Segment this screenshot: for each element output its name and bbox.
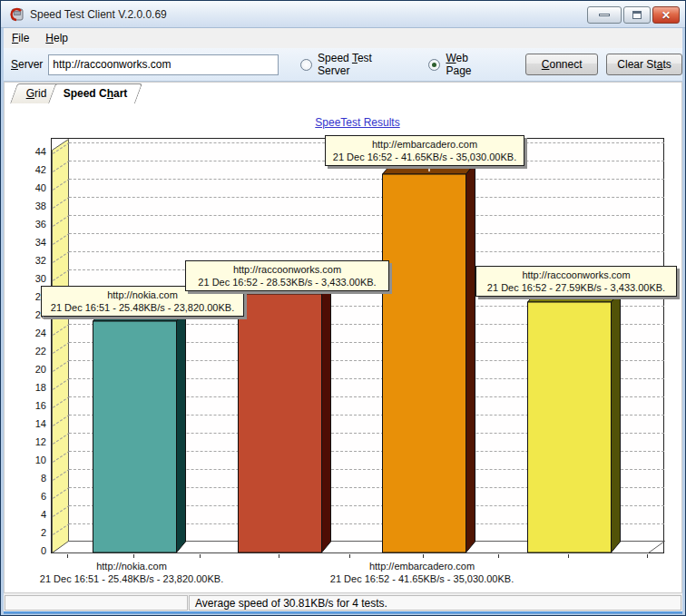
y-axis-label: 30 — [14, 273, 46, 284]
radio-web-page[interactable]: Web Page — [428, 52, 496, 77]
y-axis-label: 14 — [14, 418, 46, 429]
y-axis-label: 34 — [14, 237, 46, 248]
radio-icon-checked — [428, 59, 440, 71]
x-axis-tick — [67, 554, 68, 558]
average-speed-text: Average speed of 30.81KB/s for 4 tests. — [195, 597, 387, 610]
minimize-icon — [599, 14, 610, 16]
bar-mark-1: http://raccoonworks.com21 Dec 16:52 - 28… — [185, 260, 389, 291]
radio-icon-unchecked — [300, 59, 312, 71]
maximize-button[interactable] — [623, 6, 651, 24]
y-axis-label: 44 — [14, 146, 46, 157]
x-axis-tick — [133, 554, 134, 558]
y-axis-label: 24 — [14, 328, 46, 338]
y-axis-label: 16 — [14, 400, 46, 411]
window-frame-bottom — [4, 611, 682, 614]
menu-item-file[interactable]: File — [4, 29, 37, 47]
y-axis-label: 40 — [14, 182, 46, 193]
bar-mark-3: http://raccoonworks.com21 Dec 16:52 - 27… — [475, 266, 677, 297]
bar-2 — [382, 162, 476, 553]
bar-0 — [93, 309, 187, 553]
gridline — [69, 251, 664, 252]
gridline — [69, 233, 664, 234]
gridline — [69, 215, 664, 216]
y-axis-label: 36 — [14, 219, 46, 230]
y-axis-label: 0 — [14, 545, 46, 556]
gridline — [69, 197, 664, 198]
x-axis-category-label-0: http://nokia.com21 Dec 16:51 - 25.48KB/s… — [5, 560, 259, 585]
bar-mark-2: http://embarcadero.com21 Dec 16:52 - 41.… — [325, 135, 524, 166]
titlebar[interactable]: Speed Test Client V.2.0.0.69 ✕ — [1, 1, 685, 28]
maximize-icon — [632, 11, 642, 19]
y-axis-label: 38 — [14, 200, 46, 211]
chart-title: SpeeTest Results — [51, 116, 664, 129]
x-axis-tick — [647, 554, 648, 558]
server-label: Server — [11, 58, 43, 71]
minimize-button[interactable] — [587, 6, 622, 24]
close-icon: ✕ — [662, 9, 671, 22]
y-axis-label: 32 — [14, 255, 46, 266]
y-axis-label: 12 — [14, 436, 46, 447]
x-axis-tick — [349, 554, 350, 558]
y-axis-label: 6 — [14, 491, 46, 502]
y-axis-label: 4 — [14, 509, 46, 520]
y-axis-label: 20 — [14, 364, 46, 375]
status-panel-average: Average speed of 30.81KB/s for 4 tests. — [189, 595, 681, 611]
tab-page: Grid Speed Chart SpeeTest Results 024681… — [4, 82, 682, 593]
y-axis-label: 8 — [14, 473, 46, 484]
x-axis-tick — [279, 554, 279, 558]
app-icon — [8, 6, 24, 23]
y-axis-label: 22 — [14, 346, 46, 357]
y-axis-label: 42 — [14, 164, 46, 175]
x-axis-tick — [423, 554, 424, 558]
gridline — [69, 179, 664, 180]
clear-stats-button[interactable]: Clear Stats — [606, 54, 682, 75]
y-axis-label: 10 — [14, 455, 46, 465]
radio-speed-test-server[interactable]: Speed Test Server — [300, 52, 407, 77]
x-axis-category-label-2: http://embarcadero.com21 Dec 16:52 - 41.… — [295, 560, 549, 585]
statusbar: Average speed of 30.81KB/s for 4 tests. — [4, 593, 682, 612]
x-axis-tick — [200, 554, 201, 558]
bar-3 — [527, 290, 622, 553]
x-axis-tick — [568, 554, 569, 558]
chart-plot — [51, 138, 664, 553]
bar-1 — [238, 282, 332, 553]
app-window: Speed Test Client V.2.0.0.69 ✕ File Help… — [0, 0, 686, 616]
toolbar: Server Speed Test Server Web Page Connec… — [4, 48, 682, 82]
window-title: Speed Test Client V.2.0.0.69 — [30, 8, 167, 21]
menubar: File Help — [4, 28, 682, 48]
tab-speed-chart[interactable]: Speed Chart — [52, 83, 139, 103]
y-axis-label: 2 — [14, 527, 46, 538]
close-button[interactable]: ✕ — [652, 6, 680, 24]
connect-button[interactable]: Connect — [525, 54, 598, 75]
menu-item-help[interactable]: Help — [37, 29, 76, 47]
status-panel-left — [5, 595, 188, 611]
x-axis-tick — [498, 554, 499, 558]
server-input[interactable] — [48, 54, 279, 75]
y-axis-label: 18 — [14, 382, 46, 393]
